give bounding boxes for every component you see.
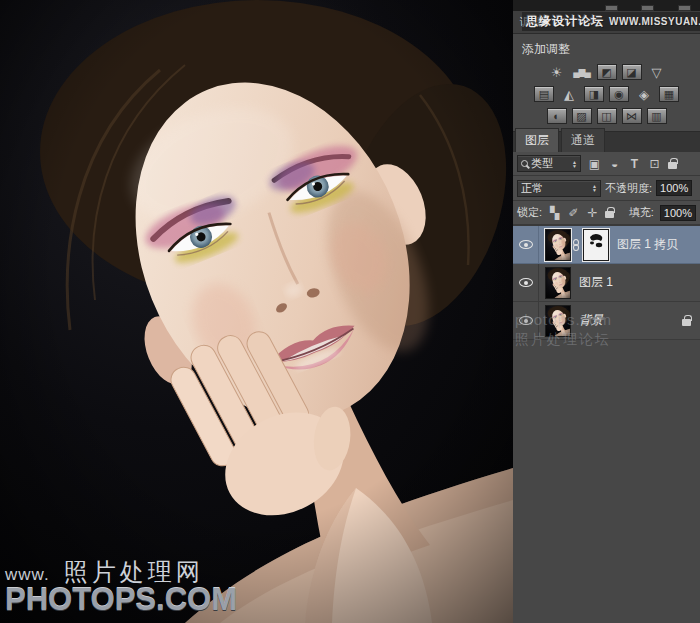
- layer-thumbnail[interactable]: [545, 305, 571, 337]
- layer-name[interactable]: 图层 1 拷贝: [617, 236, 678, 253]
- opacity-label: 不透明度:: [605, 181, 652, 196]
- posterize-icon[interactable]: ▨: [572, 108, 592, 124]
- layer-row-layer1-copy[interactable]: 图层 1 拷贝: [513, 226, 700, 264]
- search-icon: [521, 160, 528, 167]
- filter-type-layers-icon[interactable]: T: [628, 156, 641, 172]
- exposure-icon[interactable]: ◪: [622, 64, 642, 80]
- adjustments-panel-header[interactable]: 调整 思缘设计论坛 WWW.MISSYUAN.COM: [513, 11, 700, 34]
- layer-filter-row: 类型 ▣ ◒ T ⊡: [513, 152, 700, 176]
- layers-list: 图层 1 拷贝 图层 1 背景 photops.com 照片处理论坛: [513, 225, 700, 623]
- visibility-toggle[interactable]: [513, 302, 539, 339]
- tab-layers[interactable]: 图层: [515, 128, 559, 152]
- lock-row: 锁定: ▚ ✐ ✛ 填充: 100%: [513, 201, 700, 225]
- watermark-site-en: PHOTOPS.COM: [5, 584, 237, 617]
- brightness-contrast-icon[interactable]: ☀: [547, 64, 567, 80]
- forum-url: WWW.MISSYUAN.COM: [609, 16, 700, 27]
- lock-all-icon[interactable]: [605, 211, 614, 218]
- photo-filter-icon[interactable]: ◉: [609, 86, 629, 102]
- tab-channels[interactable]: 通道: [561, 128, 605, 152]
- invert-icon[interactable]: ◐: [547, 108, 567, 124]
- eye-icon: [519, 278, 533, 287]
- levels-icon[interactable]: ▄▆▄: [572, 64, 592, 80]
- background-lock-icon: [682, 319, 691, 326]
- watermark-site-cn: 照片处理网: [64, 559, 204, 584]
- filter-type-value: 类型: [531, 156, 553, 171]
- add-adjustment-label: 添加调整: [513, 37, 700, 61]
- visibility-toggle[interactable]: [513, 226, 539, 263]
- photo-watermark: www. 照片处理网 PHOTOPS.COM: [5, 559, 237, 617]
- canvas-photo: www. 照片处理网 PHOTOPS.COM: [0, 0, 513, 623]
- layer-mask-thumbnail[interactable]: [583, 229, 609, 261]
- adjustments-row-2: ▤ ◭ ◨ ◉ ◈ ▦: [513, 83, 700, 105]
- photoshop-window: www. 照片处理网 PHOTOPS.COM 调整 思缘设计论坛 WWW.MIS…: [0, 0, 700, 623]
- portrait-image: [0, 0, 513, 623]
- filter-pixel-layers-icon[interactable]: ▣: [588, 156, 601, 172]
- panel-top-strip: [513, 0, 700, 11]
- filter-adjustment-layers-icon[interactable]: ◒: [608, 156, 621, 172]
- layer-thumbnail[interactable]: [545, 267, 571, 299]
- visibility-toggle[interactable]: [513, 264, 539, 301]
- vibrance-icon[interactable]: ▽: [647, 64, 667, 80]
- filter-smart-object-icon[interactable]: [668, 162, 677, 169]
- filter-shape-layers-icon[interactable]: ⊡: [648, 156, 661, 172]
- watermark-www: www.: [5, 566, 50, 584]
- curves-icon[interactable]: ◩: [597, 64, 617, 80]
- filter-type-select[interactable]: 类型: [517, 155, 581, 172]
- eye-icon: [519, 316, 533, 325]
- adjustments-section: 添加调整 ☀ ▄▆▄ ◩ ◪ ▽ ▤ ◭ ◨ ◉ ◈ ▦ ◐ ▨ ◫ ⋈: [513, 34, 700, 131]
- fill-label: 填充:: [629, 205, 654, 220]
- chevron-updown-icon: [572, 160, 577, 168]
- adjustments-row-3: ◐ ▨ ◫ ⋈ ▥: [513, 105, 700, 127]
- lock-label: 锁定:: [517, 205, 542, 220]
- eye-icon: [519, 240, 533, 249]
- threshold-icon[interactable]: ◫: [597, 108, 617, 124]
- blend-mode-row: 正常 不透明度: 100%: [513, 176, 700, 201]
- forum-watermark: 思缘设计论坛 WWW.MISSYUAN.COM: [522, 12, 700, 31]
- black-white-icon[interactable]: ◨: [584, 86, 604, 102]
- blend-mode-value: 正常: [521, 181, 543, 196]
- layer-row-background[interactable]: 背景: [513, 302, 700, 340]
- channel-mixer-icon[interactable]: ◈: [634, 86, 654, 102]
- chevron-updown-icon: [592, 184, 597, 192]
- blend-mode-select[interactable]: 正常: [517, 180, 601, 197]
- color-lookup-icon[interactable]: ▦: [659, 86, 679, 102]
- layer-thumbnail[interactable]: [545, 229, 571, 261]
- mask-link-icon[interactable]: [573, 239, 579, 251]
- lock-paint-icon[interactable]: ✐: [567, 205, 580, 221]
- selective-color-icon[interactable]: ▥: [647, 108, 667, 124]
- layer-name[interactable]: 背景: [579, 312, 603, 329]
- lock-transparency-icon[interactable]: ▚: [548, 205, 561, 221]
- opacity-value[interactable]: 100%: [656, 180, 692, 196]
- hue-saturation-icon[interactable]: ▤: [534, 86, 554, 102]
- layer-row-layer1[interactable]: 图层 1: [513, 264, 700, 302]
- color-balance-icon[interactable]: ◭: [559, 86, 579, 102]
- forum-name: 思缘设计论坛: [526, 13, 604, 30]
- lock-move-icon[interactable]: ✛: [586, 205, 599, 221]
- adjustments-row-1: ☀ ▄▆▄ ◩ ◪ ▽: [513, 61, 700, 83]
- layer-name[interactable]: 图层 1: [579, 274, 613, 291]
- fill-value[interactable]: 100%: [660, 205, 696, 221]
- panel-tabbar: 图层 通道: [513, 131, 700, 152]
- layers-panel: 调整 思缘设计论坛 WWW.MISSYUAN.COM 添加调整 ☀ ▄▆▄ ◩ …: [513, 0, 700, 623]
- gradient-map-icon[interactable]: ⋈: [622, 108, 642, 124]
